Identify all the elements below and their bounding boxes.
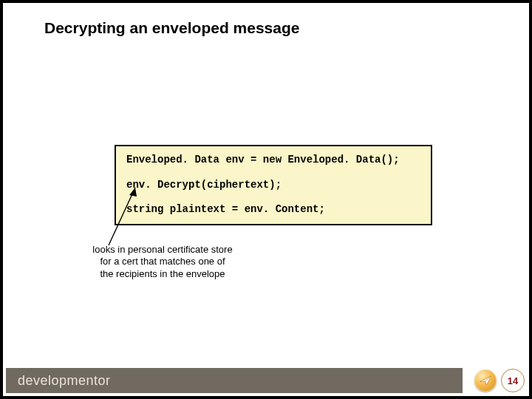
annotation-line: looks in personal certificate store	[78, 244, 248, 256]
code-line: env. Decrypt(ciphertext);	[126, 179, 420, 192]
page-number: 14	[508, 375, 518, 386]
code-line: string plaintext = env. Content;	[126, 203, 420, 216]
code-line: Enveloped. Data env = new Enveloped. Dat…	[126, 154, 420, 167]
code-blank-line	[126, 167, 420, 179]
annotation-line: for a cert that matches one of	[78, 256, 248, 267]
page-number-badge: 14	[501, 369, 525, 392]
annotation-text: looks in personal certificate store for …	[78, 244, 248, 280]
footer-bar: developmentor	[6, 368, 463, 393]
annotation-line: the recipients in the envelope	[78, 268, 248, 280]
code-block: Enveloped. Data env = new Enveloped. Dat…	[115, 145, 432, 225]
brand-logo-text: developmentor	[18, 373, 111, 389]
code-blank-line	[126, 191, 420, 203]
paper-plane-icon	[474, 369, 497, 392]
slide: Decrypting an enveloped message Envelope…	[3, 3, 529, 396]
page-title: Decrypting an enveloped message	[44, 19, 299, 37]
